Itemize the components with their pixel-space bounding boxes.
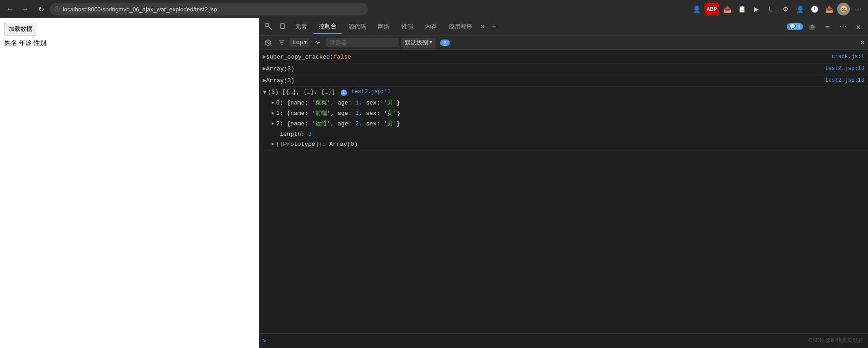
console-prompt: > [263, 338, 266, 345]
reload-button[interactable]: ↻ [35, 3, 47, 15]
filter-input[interactable] [326, 38, 398, 47]
console-settings-btn[interactable]: ⚙ [861, 39, 864, 46]
settings-btn[interactable] [806, 20, 818, 33]
dock-btn[interactable] [821, 20, 834, 33]
url-text: localhost:8000/springmvc_06_ajax_war_exp… [63, 6, 217, 13]
array-item-0: ► 0: {name: '菜菜', age: 1, sex: '男'} [259, 98, 400, 109]
console-entry-super-copy: ► super_copy_cracked:false crack.js:1 [259, 52, 868, 64]
profile-btn[interactable]: 👤 [690, 3, 703, 15]
tab-application[interactable]: 应用程序 [443, 20, 478, 34]
console-entry-array-3: ► (3) [{…}, {…}, {…}] i test2.jsp:13 ► 0… [259, 87, 868, 150]
browser-chrome: ← → ↻ ⓘ localhost:8000/springmvc_06_ajax… [0, 0, 868, 18]
svg-rect-1 [281, 24, 284, 29]
svg-rect-0 [266, 24, 268, 26]
expand-arrow[interactable]: ► [263, 65, 266, 74]
devtools-toolbar-right: 💬 3 ⋯ ✕ [787, 20, 864, 34]
array-item-1: ► 1: {name: '前端', age: 1, sex: '女'} [259, 109, 400, 119]
adblock-btn[interactable]: ABP [704, 3, 719, 15]
array-item-2: ► 2: {name: '运维', age: 2, sex: '男'} [259, 119, 400, 129]
console-source-link[interactable]: crack.js:1 [827, 53, 864, 61]
clear-console-btn[interactable] [263, 37, 273, 48]
tab-memory[interactable]: 内存 [420, 20, 442, 34]
console-entry-array-2: ► Array(3) test2.jsp:13 [259, 75, 868, 87]
history-btn[interactable]: 🕐 [808, 3, 821, 15]
inspect-element-btn[interactable] [263, 20, 275, 33]
address-bar[interactable]: ⓘ localhost:8000/springmvc_06_ajax_war_e… [50, 3, 368, 15]
ext-btn-5[interactable]: ⚙ [779, 3, 792, 15]
level-label: 默认级别 [405, 39, 428, 47]
download-btn[interactable]: 📥 [823, 3, 835, 15]
console-message-badge: 3 [440, 40, 450, 46]
console-entry-text: Array(3) [266, 76, 821, 86]
devtools-toolbar: 元素 控制台 源代码 网络 性能 内存 应用程序 » + 💬 3 [259, 18, 868, 35]
table-headers: 姓名 年龄 性别 [5, 39, 254, 47]
forward-button[interactable]: → [19, 3, 32, 15]
devtools-panel: 元素 控制台 源代码 网络 性能 内存 应用程序 » + 💬 3 [259, 18, 868, 348]
expand-arrow[interactable]: ► [260, 91, 269, 94]
array-prototype: ► [[Prototype]]: Array(0) [259, 139, 357, 150]
svg-point-3 [826, 26, 827, 27]
console-entry-array-1: ► Array(3) test2.jsp:13 [259, 64, 868, 75]
more-options-btn[interactable]: ⋯ [837, 20, 849, 33]
console-toolbar: top ▼ 默认级别 ▼ 3 ⚙ [259, 35, 868, 50]
array-length: length: 3 [259, 129, 312, 140]
info-icon: i [341, 89, 347, 96]
console-entry-text: super_copy_cracked:false [266, 53, 827, 62]
chevron-down-icon: ▼ [304, 40, 307, 45]
more-btn[interactable]: ⋯ [852, 3, 864, 15]
console-source-link[interactable]: test2.jsp:13 [821, 76, 864, 85]
avatar-btn[interactable]: 😀 [837, 3, 850, 15]
svg-point-4 [827, 26, 828, 27]
expand-arrow[interactable]: ► [272, 110, 274, 117]
svg-point-5 [828, 26, 830, 27]
badge-count: 3 [798, 24, 801, 30]
ext-btn-6[interactable]: 👤 [794, 3, 806, 15]
tab-network[interactable]: 网络 [372, 20, 395, 34]
tab-console[interactable]: 控制台 [313, 20, 342, 34]
tab-elements[interactable]: 元素 [290, 20, 312, 34]
console-source-link[interactable]: test2.jsp:13 [821, 65, 864, 73]
ext-btn-4[interactable]: L [764, 3, 777, 15]
tab-sources[interactable]: 源代码 [343, 20, 372, 34]
close-devtools-btn[interactable]: ✕ [852, 20, 864, 34]
page-content: 加载数据 姓名 年龄 性别 [0, 18, 259, 348]
browser-actions: 👤 ABP 📥 📋 ▶ L ⚙ 👤 🕐 📥 😀 ⋯ [690, 3, 864, 15]
filter-btn[interactable] [276, 37, 287, 48]
expand-arrow[interactable]: ► [272, 141, 274, 148]
console-output: ► super_copy_cracked:false crack.js:1 ► … [259, 50, 868, 333]
context-label: top [293, 39, 303, 46]
live-expression-btn[interactable] [312, 37, 323, 48]
console-input[interactable] [270, 338, 864, 344]
main-layout: 加载数据 姓名 年龄 性别 元素 控制台 源代码 网络 性能 [0, 18, 868, 348]
ext-btn-3[interactable]: ▶ [750, 3, 763, 15]
expand-arrow[interactable]: ► [263, 76, 266, 86]
info-icon: ⓘ [55, 5, 60, 13]
expand-arrow[interactable]: ► [272, 120, 274, 128]
back-button[interactable]: ← [4, 3, 16, 15]
more-tabs-btn[interactable]: » [479, 21, 487, 33]
expand-arrow[interactable]: ► [272, 99, 274, 107]
console-input-line: > [259, 333, 868, 348]
bubble-icon: 💬 [789, 24, 796, 30]
context-selector[interactable]: top ▼ [290, 38, 309, 47]
console-entry-text: (3) [{…}, {…}, {…}] i [268, 88, 347, 97]
console-entry-text: Array(3) [266, 65, 821, 74]
watermark: CSDN @叫我菜菜就好 [808, 337, 863, 344]
svg-line-7 [267, 41, 269, 44]
ext-btn-1[interactable]: 📥 [721, 3, 734, 15]
device-mode-btn[interactable] [276, 20, 289, 33]
svg-rect-2 [282, 28, 283, 29]
console-source-link[interactable]: test2.jsp:13 [347, 88, 391, 96]
expand-arrow[interactable]: ► [263, 53, 266, 62]
chevron-down-icon: ▼ [429, 40, 432, 45]
console-badge: 💬 3 [787, 23, 804, 30]
log-level-selector[interactable]: 默认级别 ▼ [401, 38, 436, 48]
load-data-button[interactable]: 加载数据 [5, 23, 36, 35]
ext-btn-2[interactable]: 📋 [735, 3, 748, 15]
tab-performance[interactable]: 性能 [396, 20, 419, 34]
add-tab-btn[interactable]: + [488, 20, 501, 33]
